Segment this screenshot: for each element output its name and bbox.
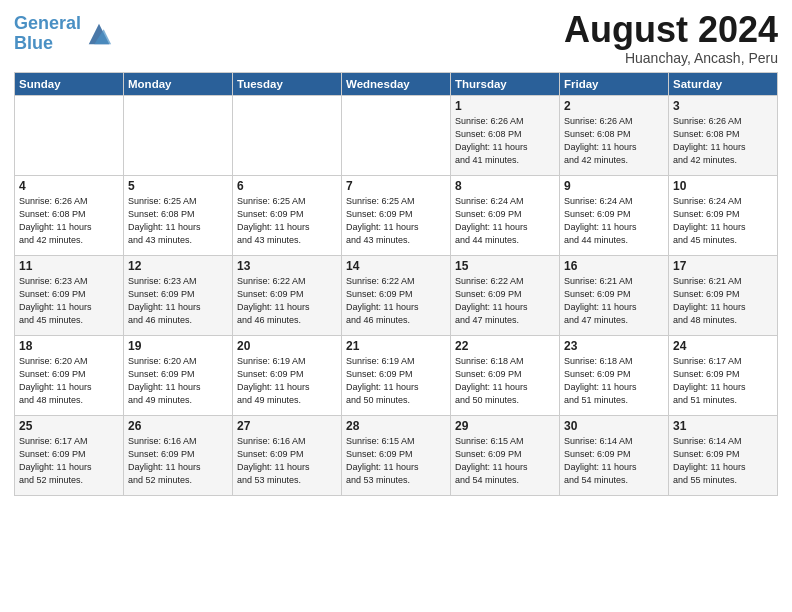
day-number: 31 (673, 419, 773, 433)
calendar-cell: 16Sunrise: 6:21 AM Sunset: 6:09 PM Dayli… (560, 255, 669, 335)
day-number: 25 (19, 419, 119, 433)
day-info: Sunrise: 6:26 AM Sunset: 6:08 PM Dayligh… (19, 195, 119, 247)
day-number: 10 (673, 179, 773, 193)
day-info: Sunrise: 6:26 AM Sunset: 6:08 PM Dayligh… (455, 115, 555, 167)
day-info: Sunrise: 6:18 AM Sunset: 6:09 PM Dayligh… (564, 355, 664, 407)
calendar-cell: 25Sunrise: 6:17 AM Sunset: 6:09 PM Dayli… (15, 415, 124, 495)
calendar-cell: 3Sunrise: 6:26 AM Sunset: 6:08 PM Daylig… (669, 95, 778, 175)
day-number: 8 (455, 179, 555, 193)
logo-line1: General (14, 13, 81, 33)
day-info: Sunrise: 6:24 AM Sunset: 6:09 PM Dayligh… (673, 195, 773, 247)
day-number: 7 (346, 179, 446, 193)
page-container: General Blue August 2024 Huanchay, Ancas… (0, 0, 792, 504)
day-number: 28 (346, 419, 446, 433)
calendar-cell: 5Sunrise: 6:25 AM Sunset: 6:08 PM Daylig… (124, 175, 233, 255)
day-number: 21 (346, 339, 446, 353)
day-info: Sunrise: 6:17 AM Sunset: 6:09 PM Dayligh… (19, 435, 119, 487)
calendar-cell: 19Sunrise: 6:20 AM Sunset: 6:09 PM Dayli… (124, 335, 233, 415)
calendar-cell (342, 95, 451, 175)
month-title: August 2024 (564, 10, 778, 50)
day-number: 9 (564, 179, 664, 193)
calendar-cell: 4Sunrise: 6:26 AM Sunset: 6:08 PM Daylig… (15, 175, 124, 255)
calendar-cell (233, 95, 342, 175)
day-number: 2 (564, 99, 664, 113)
calendar-week-3: 11Sunrise: 6:23 AM Sunset: 6:09 PM Dayli… (15, 255, 778, 335)
day-info: Sunrise: 6:26 AM Sunset: 6:08 PM Dayligh… (673, 115, 773, 167)
day-number: 6 (237, 179, 337, 193)
calendar-cell: 1Sunrise: 6:26 AM Sunset: 6:08 PM Daylig… (451, 95, 560, 175)
day-info: Sunrise: 6:19 AM Sunset: 6:09 PM Dayligh… (237, 355, 337, 407)
header: General Blue August 2024 Huanchay, Ancas… (14, 10, 778, 66)
calendar-cell: 9Sunrise: 6:24 AM Sunset: 6:09 PM Daylig… (560, 175, 669, 255)
day-number: 17 (673, 259, 773, 273)
day-info: Sunrise: 6:25 AM Sunset: 6:09 PM Dayligh… (346, 195, 446, 247)
weekday-header-row: SundayMondayTuesdayWednesdayThursdayFrid… (15, 72, 778, 95)
day-number: 26 (128, 419, 228, 433)
day-number: 23 (564, 339, 664, 353)
weekday-header-friday: Friday (560, 72, 669, 95)
calendar-week-4: 18Sunrise: 6:20 AM Sunset: 6:09 PM Dayli… (15, 335, 778, 415)
calendar-cell: 6Sunrise: 6:25 AM Sunset: 6:09 PM Daylig… (233, 175, 342, 255)
day-info: Sunrise: 6:17 AM Sunset: 6:09 PM Dayligh… (673, 355, 773, 407)
calendar-cell: 18Sunrise: 6:20 AM Sunset: 6:09 PM Dayli… (15, 335, 124, 415)
day-info: Sunrise: 6:15 AM Sunset: 6:09 PM Dayligh… (455, 435, 555, 487)
day-number: 1 (455, 99, 555, 113)
day-info: Sunrise: 6:21 AM Sunset: 6:09 PM Dayligh… (564, 275, 664, 327)
day-number: 11 (19, 259, 119, 273)
calendar-cell: 20Sunrise: 6:19 AM Sunset: 6:09 PM Dayli… (233, 335, 342, 415)
day-number: 13 (237, 259, 337, 273)
calendar-cell: 7Sunrise: 6:25 AM Sunset: 6:09 PM Daylig… (342, 175, 451, 255)
calendar-cell: 17Sunrise: 6:21 AM Sunset: 6:09 PM Dayli… (669, 255, 778, 335)
calendar-cell: 22Sunrise: 6:18 AM Sunset: 6:09 PM Dayli… (451, 335, 560, 415)
day-number: 3 (673, 99, 773, 113)
day-info: Sunrise: 6:24 AM Sunset: 6:09 PM Dayligh… (564, 195, 664, 247)
calendar-cell: 10Sunrise: 6:24 AM Sunset: 6:09 PM Dayli… (669, 175, 778, 255)
logo: General Blue (14, 14, 113, 54)
day-info: Sunrise: 6:20 AM Sunset: 6:09 PM Dayligh… (19, 355, 119, 407)
title-block: August 2024 Huanchay, Ancash, Peru (564, 10, 778, 66)
weekday-header-sunday: Sunday (15, 72, 124, 95)
day-number: 30 (564, 419, 664, 433)
day-info: Sunrise: 6:14 AM Sunset: 6:09 PM Dayligh… (673, 435, 773, 487)
day-number: 12 (128, 259, 228, 273)
calendar-cell: 27Sunrise: 6:16 AM Sunset: 6:09 PM Dayli… (233, 415, 342, 495)
calendar-cell (15, 95, 124, 175)
day-info: Sunrise: 6:22 AM Sunset: 6:09 PM Dayligh… (455, 275, 555, 327)
calendar-cell: 30Sunrise: 6:14 AM Sunset: 6:09 PM Dayli… (560, 415, 669, 495)
day-info: Sunrise: 6:16 AM Sunset: 6:09 PM Dayligh… (237, 435, 337, 487)
day-number: 24 (673, 339, 773, 353)
calendar-cell: 31Sunrise: 6:14 AM Sunset: 6:09 PM Dayli… (669, 415, 778, 495)
day-info: Sunrise: 6:26 AM Sunset: 6:08 PM Dayligh… (564, 115, 664, 167)
logo-line2: Blue (14, 33, 53, 53)
calendar-cell: 23Sunrise: 6:18 AM Sunset: 6:09 PM Dayli… (560, 335, 669, 415)
calendar-cell: 29Sunrise: 6:15 AM Sunset: 6:09 PM Dayli… (451, 415, 560, 495)
weekday-header-tuesday: Tuesday (233, 72, 342, 95)
calendar-cell: 11Sunrise: 6:23 AM Sunset: 6:09 PM Dayli… (15, 255, 124, 335)
calendar-week-2: 4Sunrise: 6:26 AM Sunset: 6:08 PM Daylig… (15, 175, 778, 255)
day-number: 19 (128, 339, 228, 353)
day-number: 16 (564, 259, 664, 273)
location: Huanchay, Ancash, Peru (564, 50, 778, 66)
calendar-cell: 13Sunrise: 6:22 AM Sunset: 6:09 PM Dayli… (233, 255, 342, 335)
calendar-cell: 12Sunrise: 6:23 AM Sunset: 6:09 PM Dayli… (124, 255, 233, 335)
day-number: 5 (128, 179, 228, 193)
day-info: Sunrise: 6:22 AM Sunset: 6:09 PM Dayligh… (346, 275, 446, 327)
day-number: 29 (455, 419, 555, 433)
day-info: Sunrise: 6:14 AM Sunset: 6:09 PM Dayligh… (564, 435, 664, 487)
day-info: Sunrise: 6:24 AM Sunset: 6:09 PM Dayligh… (455, 195, 555, 247)
calendar-cell: 26Sunrise: 6:16 AM Sunset: 6:09 PM Dayli… (124, 415, 233, 495)
day-info: Sunrise: 6:16 AM Sunset: 6:09 PM Dayligh… (128, 435, 228, 487)
calendar-table: SundayMondayTuesdayWednesdayThursdayFrid… (14, 72, 778, 496)
day-info: Sunrise: 6:25 AM Sunset: 6:08 PM Dayligh… (128, 195, 228, 247)
day-info: Sunrise: 6:15 AM Sunset: 6:09 PM Dayligh… (346, 435, 446, 487)
calendar-cell: 28Sunrise: 6:15 AM Sunset: 6:09 PM Dayli… (342, 415, 451, 495)
day-info: Sunrise: 6:23 AM Sunset: 6:09 PM Dayligh… (128, 275, 228, 327)
day-info: Sunrise: 6:19 AM Sunset: 6:09 PM Dayligh… (346, 355, 446, 407)
logo-icon (85, 20, 113, 48)
day-info: Sunrise: 6:21 AM Sunset: 6:09 PM Dayligh… (673, 275, 773, 327)
day-info: Sunrise: 6:25 AM Sunset: 6:09 PM Dayligh… (237, 195, 337, 247)
day-info: Sunrise: 6:20 AM Sunset: 6:09 PM Dayligh… (128, 355, 228, 407)
day-number: 20 (237, 339, 337, 353)
weekday-header-saturday: Saturday (669, 72, 778, 95)
day-info: Sunrise: 6:22 AM Sunset: 6:09 PM Dayligh… (237, 275, 337, 327)
